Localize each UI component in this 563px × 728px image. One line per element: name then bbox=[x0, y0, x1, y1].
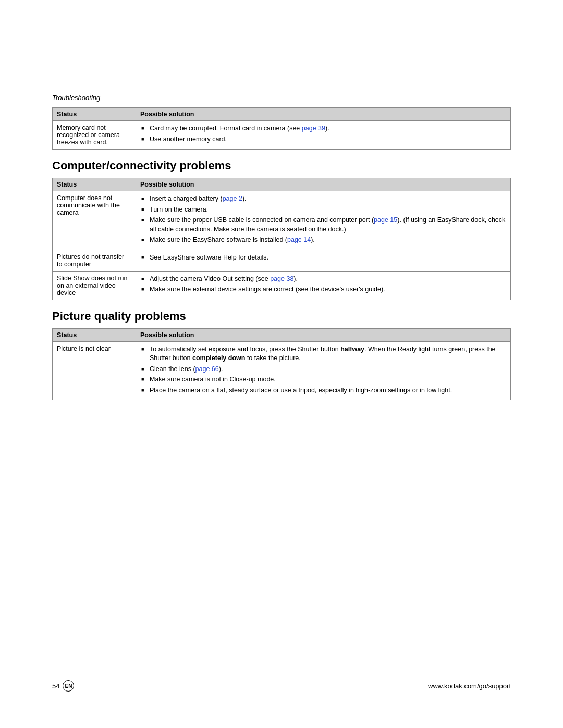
solution-text: Make sure camera is not in Close-up mode… bbox=[150, 376, 276, 383]
section-connectivity: Computer/connectivity problems Status Po… bbox=[52, 159, 511, 300]
footer: 54 EN www.kodak.com/go/support bbox=[52, 680, 511, 692]
list-item: Make sure camera is not in Close-up mode… bbox=[140, 375, 506, 385]
top-table: Status Possible solution Memory card not… bbox=[52, 107, 511, 150]
solution-list: Adjust the camera Video Out setting (see… bbox=[140, 275, 506, 294]
solution-text: Make sure the external device settings a… bbox=[150, 286, 385, 293]
section-title-connectivity: Computer/connectivity problems bbox=[52, 159, 511, 172]
table-row: Pictures do not transfer to computer See… bbox=[53, 250, 511, 271]
section-title-picture-quality: Picture quality problems bbox=[52, 310, 511, 323]
connectivity-solution-header: Possible solution bbox=[136, 178, 511, 191]
page-number-area: 54 EN bbox=[52, 680, 74, 692]
picture-quality-table: Status Possible solution Picture is not … bbox=[52, 328, 511, 401]
list-item: Place the camera on a flat, steady surfa… bbox=[140, 386, 506, 396]
solution-list: To automatically set exposure and focus,… bbox=[140, 345, 506, 396]
solution-text: Card may be corrupted. Format card in ca… bbox=[150, 125, 329, 132]
connectivity-status-header: Status bbox=[53, 178, 136, 191]
en-badge: EN bbox=[63, 680, 74, 692]
solution-text: Make sure the EasyShare software is inst… bbox=[150, 236, 315, 243]
picture-quality-status-header: Status bbox=[53, 328, 136, 341]
list-item: Turn on the camera. bbox=[140, 205, 506, 215]
website-url: www.kodak.com/go/support bbox=[428, 682, 511, 690]
page-link[interactable]: page 14 bbox=[287, 236, 311, 243]
solution-text: Make sure the proper USB cable is connec… bbox=[150, 216, 505, 233]
solution-cell: See EasyShare software Help for details. bbox=[136, 250, 511, 271]
list-item: See EasyShare software Help for details. bbox=[140, 253, 506, 263]
troubleshooting-section-top: Troubleshooting Status Possible solution… bbox=[52, 94, 511, 150]
table-row: Slide Show does not run on an external v… bbox=[53, 271, 511, 300]
solution-text: Turn on the camera. bbox=[150, 206, 208, 213]
solution-text: Adjust the camera Video Out setting (see… bbox=[150, 275, 298, 282]
picture-quality-solution-header: Possible solution bbox=[136, 328, 511, 341]
list-item: To automatically set exposure and focus,… bbox=[140, 345, 506, 363]
status-text: Slide Show does not run on an external v… bbox=[57, 275, 128, 297]
solution-text: Clean the lens (page 66). bbox=[150, 365, 223, 373]
page: Troubleshooting Status Possible solution… bbox=[0, 0, 563, 728]
page-link[interactable]: page 39 bbox=[302, 125, 325, 132]
status-cell: Memory card not recognized or camera fre… bbox=[53, 121, 136, 150]
solution-text: To automatically set exposure and focus,… bbox=[150, 346, 496, 362]
troubleshooting-label: Troubleshooting bbox=[52, 94, 511, 104]
connectivity-table: Status Possible solution Computer does n… bbox=[52, 178, 511, 300]
status-text: Pictures do not transfer to computer bbox=[57, 253, 124, 268]
page-number-text: 54 bbox=[52, 682, 59, 690]
solution-text: Insert a charged battery (page 2). bbox=[150, 195, 247, 202]
solution-text: See EasyShare software Help for details. bbox=[150, 254, 268, 261]
top-table-status-header: Status bbox=[53, 108, 136, 121]
status-cell: Pictures do not transfer to computer bbox=[53, 250, 136, 271]
list-item: Clean the lens (page 66). bbox=[140, 365, 506, 374]
list-item: Adjust the camera Video Out setting (see… bbox=[140, 275, 506, 284]
solution-cell: Card may be corrupted. Format card in ca… bbox=[136, 121, 511, 150]
solution-list: Card may be corrupted. Format card in ca… bbox=[140, 124, 506, 144]
status-text: Computer does not communicate with the c… bbox=[57, 194, 120, 216]
top-table-solution-header: Possible solution bbox=[136, 108, 511, 121]
list-item: Use another memory card. bbox=[140, 135, 506, 144]
solution-cell: To automatically set exposure and focus,… bbox=[136, 341, 511, 400]
section-picture-quality: Picture quality problems Status Possible… bbox=[52, 310, 511, 401]
list-item: Make sure the EasyShare software is inst… bbox=[140, 236, 506, 245]
list-item: Card may be corrupted. Format card in ca… bbox=[140, 124, 506, 133]
solution-list: Insert a charged battery (page 2). Turn … bbox=[140, 194, 506, 245]
status-cell: Slide Show does not run on an external v… bbox=[53, 271, 136, 300]
page-link[interactable]: page 2 bbox=[223, 195, 242, 202]
table-row: Picture is not clear To automatically se… bbox=[53, 341, 511, 400]
list-item: Make sure the external device settings a… bbox=[140, 285, 506, 294]
list-item: Insert a charged battery (page 2). bbox=[140, 194, 506, 204]
status-text: Picture is not clear bbox=[57, 345, 111, 352]
table-row: Computer does not communicate with the c… bbox=[53, 191, 511, 250]
page-link[interactable]: page 38 bbox=[270, 275, 293, 282]
solution-text: Use another memory card. bbox=[150, 135, 227, 143]
solution-text: Place the camera on a flat, steady surfa… bbox=[150, 387, 452, 394]
solution-cell: Adjust the camera Video Out setting (see… bbox=[136, 271, 511, 300]
table-row: Memory card not recognized or camera fre… bbox=[53, 121, 511, 150]
page-link[interactable]: page 66 bbox=[195, 365, 219, 373]
solution-list: See EasyShare software Help for details. bbox=[140, 253, 506, 263]
status-cell: Picture is not clear bbox=[53, 341, 136, 400]
status-cell: Computer does not communicate with the c… bbox=[53, 191, 136, 250]
page-link[interactable]: page 15 bbox=[374, 216, 397, 224]
list-item: Make sure the proper USB cable is connec… bbox=[140, 216, 506, 234]
status-text: Memory card not recognized or camera fre… bbox=[57, 124, 120, 146]
solution-cell: Insert a charged battery (page 2). Turn … bbox=[136, 191, 511, 250]
